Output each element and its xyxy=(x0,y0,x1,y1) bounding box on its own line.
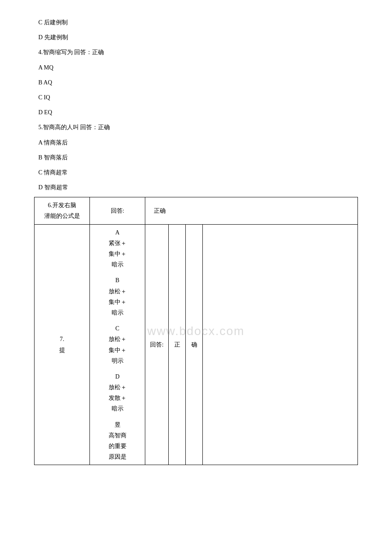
line-c-jianlizhi: C 后建例制 xyxy=(34,17,358,28)
line-d-jianlizhi: D 先建例制 xyxy=(34,32,358,43)
line-5b: B 智商落后 xyxy=(34,152,358,163)
line-q4: 4.智商缩写为 回答：正确 xyxy=(34,47,358,58)
q7-prefix: 7.提 xyxy=(35,224,90,465)
q7-answer-label: 回答: xyxy=(145,224,169,465)
q7-correct-2: 确 xyxy=(186,224,203,465)
q7-correct-1: 正 xyxy=(169,224,186,465)
line-q5: 5.智商高的人叫 回答：正确 xyxy=(34,122,358,133)
q7-option-a: A紧张＋集中＋暗示 xyxy=(93,227,141,270)
q7-option-c: C放松＋集中＋明示 xyxy=(93,323,141,366)
q6-answer-label: 回答: xyxy=(90,197,145,224)
page-content: C 后建例制 D 先建例制 4.智商缩写为 回答：正确 A MQ B AQ C … xyxy=(34,17,358,465)
table-container: www.bdocx.com 6.开发右脑潜能的公式是 回答: 正确 7.提 xyxy=(34,197,358,465)
line-4b: B AQ xyxy=(34,77,358,88)
q6-question: 6.开发右脑潜能的公式是 xyxy=(35,197,90,224)
q7-option-d: D放松＋发散＋暗示 xyxy=(93,371,141,414)
table-row-q7: 7.提 A紧张＋集中＋暗示 B放松＋集中＋暗示 C放松＋集中＋明示 D放松＋发散… xyxy=(35,224,358,465)
q7-empty xyxy=(203,224,358,465)
line-4a: A MQ xyxy=(34,62,358,73)
q7-options: A紧张＋集中＋暗示 B放松＋集中＋暗示 C放松＋集中＋明示 D放松＋发散＋暗示 … xyxy=(90,224,145,465)
questions-table: 6.开发右脑潜能的公式是 回答: 正确 7.提 A紧张＋集中＋暗示 xyxy=(34,197,358,465)
table-row-q6: 6.开发右脑潜能的公式是 回答: 正确 xyxy=(35,197,358,224)
line-5a: A 情商落后 xyxy=(34,137,358,148)
line-4d: D EQ xyxy=(34,107,358,118)
q7-extra: 昱高智商的重要原因是 xyxy=(93,419,141,462)
line-5c: C 情商超常 xyxy=(34,167,358,178)
line-4c: C IQ xyxy=(34,92,358,103)
line-5d: D 智商超常 xyxy=(34,182,358,193)
q7-option-b: B放松＋集中＋暗示 xyxy=(93,275,141,318)
q6-correct: 正确 xyxy=(145,197,358,224)
